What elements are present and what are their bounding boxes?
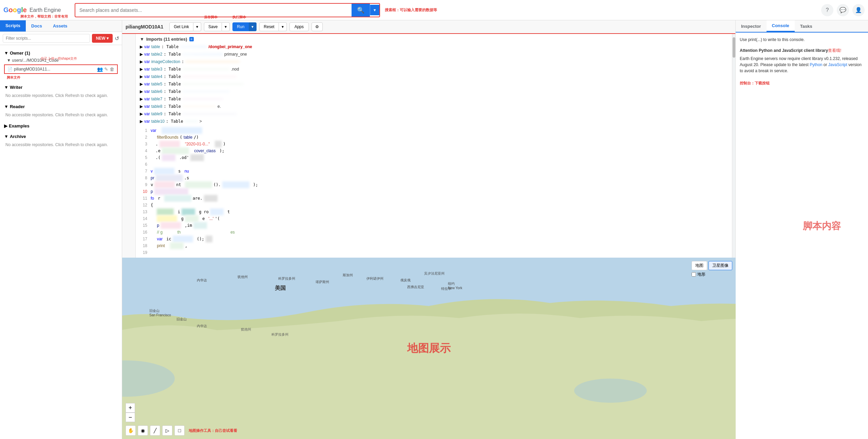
reset-dropdown[interactable]: ▾ — [279, 22, 287, 31]
map-panel: 美国 旧金山San Francisco 内华达 犹他州 科罗拉多州 堪萨斯州 斯… — [122, 258, 736, 439]
console-annotation: 控制台：下载按钮 — [740, 81, 864, 86]
console-zh-label: 查看哦! — [828, 48, 841, 53]
get-link-dropdown[interactable]: ▾ — [193, 22, 201, 31]
map-tools: ✋ ◉ ╱ ▷ □ 地图操作工具：自己尝试看看 — [126, 425, 237, 436]
import-line-5: ▶ var table5: Table — [140, 80, 728, 88]
search-dropdown-button[interactable]: ▾ — [370, 5, 379, 15]
refresh-button[interactable]: ↺ — [115, 35, 119, 42]
label-iowa: 斯加州 — [343, 273, 353, 278]
code-line-8: pr.s — [151, 175, 728, 181]
code-line-13: i g ro t — [151, 208, 728, 215]
get-link-button[interactable]: Get Link — [169, 22, 193, 31]
imports-header[interactable]: ▼ Imports (11 entries) ≡ — [140, 37, 728, 42]
svg-point-2 — [574, 379, 647, 403]
label-salt: 犹他州 — [241, 327, 251, 332]
writer-header[interactable]: ▼ Writer — [0, 83, 122, 91]
filter-input[interactable] — [3, 34, 90, 43]
code-area: ▼ Imports (11 entries) ≡ ▶ var table: Ta… — [122, 34, 735, 258]
examples-header[interactable]: ▶ Examples — [0, 122, 122, 130]
search-button[interactable]: 🔍 — [352, 4, 370, 17]
notifications-button[interactable]: 💬 — [837, 4, 849, 16]
imports-icon: ≡ — [189, 37, 194, 41]
tab-docs[interactable]: Docs — [26, 20, 48, 32]
reset-group: Reset ▾ — [259, 22, 286, 31]
map-tool-rect[interactable]: □ — [174, 425, 185, 436]
topbar-right: ? 💬 👤 — [821, 4, 865, 16]
map-tool-line[interactable]: ╱ — [150, 425, 160, 436]
code-content[interactable]: ▼ Imports (11 entries) ≡ ▶ var table: Ta… — [136, 34, 732, 258]
search-input[interactable] — [75, 5, 352, 16]
tab-console[interactable]: Console — [767, 20, 795, 32]
imports-arrow: ▼ — [140, 37, 144, 42]
code-line-10: p — [151, 188, 728, 195]
zoom-in-button[interactable]: + — [126, 403, 135, 413]
run-button[interactable]: Run — [232, 22, 249, 31]
map-background: 美国 旧金山San Francisco 内华达 犹他州 科罗拉多州 堪萨斯州 斯… — [122, 258, 736, 439]
help-button[interactable]: ? — [821, 4, 833, 16]
right-panel: Inspector Console Tasks Use print(...) t… — [736, 20, 868, 439]
tab-scripts[interactable]: Scripts — [0, 20, 26, 32]
imports-label: Imports (11 entries) — [146, 37, 187, 42]
zoom-controls: + − — [126, 403, 135, 422]
code-line-9: vnt (). ); — [151, 181, 728, 188]
terrain-label: 地形 — [697, 272, 705, 277]
console-attention: Attention Python and JavaScript client l… — [740, 47, 864, 54]
code-lines-col[interactable]: var filterBounds(table/) . "2020-01-0...… — [151, 127, 728, 258]
zoom-out-button[interactable]: − — [126, 413, 135, 422]
code-line-19 — [151, 249, 728, 256]
annotation-run: 执行脚本 — [232, 15, 246, 20]
code-line-1: var — [151, 127, 728, 134]
settings-button[interactable]: ⚙ — [312, 22, 323, 31]
account-button[interactable]: 👤 — [852, 4, 865, 16]
reader-header[interactable]: ▼ Reader — [0, 103, 122, 111]
owner-header[interactable]: ▼ Owner (1) — [0, 49, 122, 57]
label-nevada: 内华达 — [197, 278, 207, 283]
run-group-wrapper: 执行脚本 Run ▾ — [232, 22, 257, 31]
map-center-label: 地图展示 — [407, 341, 451, 356]
new-button[interactable]: NEW ▾ — [92, 34, 113, 43]
map-type-satellite[interactable]: 卫星图像 — [709, 261, 732, 270]
code-line-7: v s nu — [151, 168, 728, 175]
tab-tasks[interactable]: Tasks — [795, 20, 818, 32]
import-line-10: ▶ var table10: Table > — [140, 118, 728, 125]
tab-inspector[interactable]: Inspector — [736, 20, 767, 32]
apps-button[interactable]: Apps — [289, 22, 309, 31]
scrollbar-thumb — [733, 37, 735, 58]
script-share-btn[interactable]: 👥 — [97, 66, 103, 72]
import-line-4: ▶ var table4: Table — [140, 73, 728, 80]
logo-google: Google — [3, 6, 27, 14]
map-tool-point[interactable]: ◉ — [138, 425, 148, 436]
logo: Google Earth Engine — [3, 6, 71, 14]
code-line-17: var ic (); — [151, 236, 728, 242]
script-delete-btn[interactable]: 🗑 — [110, 66, 114, 72]
archive-header[interactable]: ▼ Archive — [0, 133, 122, 140]
code-line-18: print , — [151, 242, 728, 249]
terrain-checkbox[interactable] — [692, 272, 696, 277]
code-scrollbar[interactable] — [732, 34, 735, 258]
script-file-row: 📄 piliangMOD10A11... 👥 ✎ 🗑 — [4, 64, 118, 74]
javascript-link[interactable]: JavaScript — [828, 62, 847, 67]
script-filename: piliangMOD10A11... — [14, 67, 96, 72]
section-reader: ▼ Reader No accessible repositories. Cli… — [0, 101, 122, 121]
save-group: Save ▾ — [204, 22, 230, 31]
script-file-actions: 👥 ✎ 🗑 — [97, 66, 114, 72]
map-type-map[interactable]: 地图 — [692, 261, 707, 270]
save-button[interactable]: Save — [204, 22, 222, 31]
reset-button[interactable]: Reset — [259, 22, 279, 31]
tab-assets[interactable]: Assets — [48, 20, 73, 32]
script-edit-btn[interactable]: ✎ — [104, 66, 108, 72]
save-dropdown[interactable]: ▾ — [222, 22, 230, 31]
label-de: 特拉华 — [441, 286, 451, 291]
label-ohio: 俄亥俄 — [400, 278, 411, 283]
map-tool-hand[interactable]: ✋ — [126, 425, 136, 436]
code-editor-panel: piliangMOD10A1 Get Link ▾ 保存脚本 Save ▾ 执 — [122, 20, 736, 258]
run-dropdown[interactable]: ▾ — [249, 22, 257, 31]
code-line-4: .e cover_class ); — [151, 147, 728, 154]
label-sf: 旧金山San Francisco — [149, 308, 171, 317]
map-terrain-toggle[interactable]: 地形 — [692, 272, 732, 277]
python-link[interactable]: Python — [810, 62, 822, 67]
map-tool-polygon[interactable]: ▷ — [162, 425, 172, 436]
label-colorado: 科罗拉多州 — [278, 276, 295, 281]
section-examples: ▶ Examples — [0, 121, 122, 131]
script-title: piliangMOD10A1 — [126, 24, 163, 29]
